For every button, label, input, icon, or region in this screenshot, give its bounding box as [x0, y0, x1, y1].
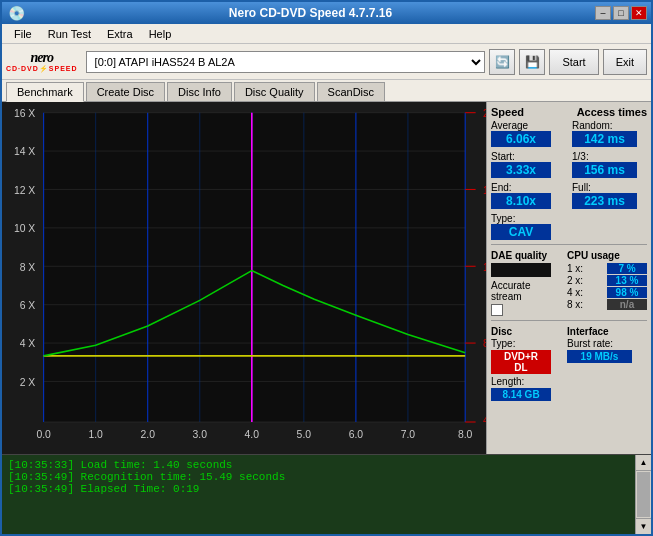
- end-label: End:: [491, 182, 512, 193]
- disc-interface-section: Disc Type: DVD+R DL Length: 8.14 GB Inte…: [491, 325, 647, 401]
- accurate-stream-checkbox[interactable]: [491, 304, 503, 316]
- toolbar: nero CD·DVD⚡SPEED [0:0] ATAPI iHAS524 B …: [2, 44, 651, 80]
- average-label: Average: [491, 120, 528, 131]
- log-text: [10:35:33] Load time: 1.40 seconds [10:3…: [2, 455, 635, 534]
- svg-text:3.0: 3.0: [193, 428, 208, 440]
- dae-title: DAE quality: [491, 250, 547, 261]
- interface-section: Interface Burst rate: 19 MB/s: [567, 325, 647, 401]
- svg-text:12: 12: [483, 260, 486, 272]
- burst-value: 19 MB/s: [567, 350, 632, 363]
- burst-label: Burst rate:: [567, 338, 613, 349]
- refresh-button[interactable]: 🔄: [489, 49, 515, 75]
- svg-text:4: 4: [483, 414, 486, 426]
- svg-text:16: 16: [483, 184, 486, 196]
- svg-text:5.0: 5.0: [297, 428, 312, 440]
- svg-text:6 X: 6 X: [20, 299, 36, 311]
- cpu-title: CPU usage: [567, 250, 620, 261]
- right-panel: Speed Access times Average 6.06x Random:…: [486, 102, 651, 454]
- cpu-4x: 4 x: 98 %: [567, 287, 647, 298]
- cpu-1x-label: 1 x:: [567, 263, 583, 274]
- start-value: 3.33x: [491, 162, 551, 178]
- disc-length-label: Length:: [491, 376, 524, 387]
- tab-discquality[interactable]: Disc Quality: [234, 82, 315, 101]
- menu-file[interactable]: File: [6, 26, 40, 42]
- logo: nero CD·DVD⚡SPEED: [6, 51, 78, 73]
- chart-area: 16 X 14 X 12 X 10 X 8 X 6 X 4 X 2 X 0.0 …: [2, 102, 486, 454]
- svg-text:14 X: 14 X: [14, 145, 35, 157]
- svg-text:4 X: 4 X: [20, 337, 36, 349]
- cpu-2x-value: 13 %: [607, 275, 647, 286]
- disc-length-value: 8.14 GB: [491, 388, 551, 401]
- svg-text:20: 20: [483, 107, 486, 119]
- tab-discinfo[interactable]: Disc Info: [167, 82, 232, 101]
- disc-type-value: DVD+R DL: [491, 350, 551, 374]
- menubar: File Run Test Extra Help: [2, 24, 651, 44]
- svg-text:2.0: 2.0: [140, 428, 155, 440]
- svg-text:12 X: 12 X: [14, 184, 35, 196]
- tab-createdisc[interactable]: Create Disc: [86, 82, 165, 101]
- full-label: Full:: [572, 182, 591, 193]
- svg-text:2 X: 2 X: [20, 376, 36, 388]
- stream-label: stream: [491, 291, 522, 302]
- save-button[interactable]: 💾: [519, 49, 545, 75]
- divider1: [491, 244, 647, 245]
- cpu-8x: 8 x: n/a: [567, 299, 647, 310]
- exit-button[interactable]: Exit: [603, 49, 647, 75]
- disc-section: Disc Type: DVD+R DL Length: 8.14 GB: [491, 325, 561, 401]
- svg-text:0.0: 0.0: [36, 428, 51, 440]
- one-third-label: 1/3:: [572, 151, 589, 162]
- logo-sub: CD·DVD⚡SPEED: [6, 65, 78, 73]
- speed-section: Speed Access times Average 6.06x Random:…: [491, 106, 647, 240]
- interface-title: Interface: [567, 326, 609, 337]
- full-value: 223 ms: [572, 193, 637, 209]
- accurate-label: Accurate: [491, 280, 530, 291]
- svg-text:8 X: 8 X: [20, 260, 36, 272]
- scroll-thumb: [637, 472, 650, 517]
- scroll-down-btn[interactable]: ▼: [636, 518, 651, 534]
- log-area: [10:35:33] Load time: 1.40 seconds [10:3…: [2, 454, 651, 534]
- disc-type-label: Type:: [491, 338, 515, 349]
- random-label: Random:: [572, 120, 613, 131]
- svg-rect-1: [44, 113, 466, 422]
- dae-section: DAE quality Accurate stream: [491, 249, 561, 316]
- svg-text:1.0: 1.0: [88, 428, 103, 440]
- maximize-button[interactable]: □: [613, 6, 629, 20]
- logo-nero: nero: [31, 51, 53, 65]
- cpu-4x-value: 98 %: [607, 287, 647, 298]
- scroll-up-btn[interactable]: ▲: [636, 455, 651, 471]
- menu-help[interactable]: Help: [141, 26, 180, 42]
- close-button[interactable]: ✕: [631, 6, 647, 20]
- type-label: Type:: [491, 213, 515, 224]
- cpu-2x-label: 2 x:: [567, 275, 583, 286]
- main-content: 16 X 14 X 12 X 10 X 8 X 6 X 4 X 2 X 0.0 …: [2, 102, 651, 454]
- drive-select[interactable]: [0:0] ATAPI iHAS524 B AL2A: [86, 51, 486, 73]
- menu-runtest[interactable]: Run Test: [40, 26, 99, 42]
- dae-bar: [491, 263, 551, 277]
- window-title: Nero CD-DVD Speed 4.7.7.16: [26, 6, 595, 20]
- type-value: CAV: [491, 224, 551, 240]
- disc-title: Disc: [491, 326, 512, 337]
- cpu-2x: 2 x: 13 %: [567, 275, 647, 286]
- tab-scandisc[interactable]: ScanDisc: [317, 82, 385, 101]
- titlebar: 💿 Nero CD-DVD Speed 4.7.7.16 – □ ✕: [2, 2, 651, 24]
- tab-benchmark[interactable]: Benchmark: [6, 82, 84, 102]
- cpu-section: CPU usage 1 x: 7 % 2 x: 13 % 4 x: 98 %: [567, 249, 647, 316]
- start-label: Start:: [491, 151, 515, 162]
- log-line-3: [10:35:49] Elapsed Time: 0:19: [8, 483, 629, 495]
- random-value: 142 ms: [572, 131, 637, 147]
- svg-text:6.0: 6.0: [349, 428, 364, 440]
- start-button[interactable]: Start: [549, 49, 598, 75]
- svg-text:10 X: 10 X: [14, 222, 35, 234]
- one-third-value: 156 ms: [572, 162, 637, 178]
- svg-text:7.0: 7.0: [401, 428, 416, 440]
- log-line-2: [10:35:49] Recognition time: 15.49 secon…: [8, 471, 629, 483]
- end-value: 8.10x: [491, 193, 551, 209]
- minimize-button[interactable]: –: [595, 6, 611, 20]
- menu-extra[interactable]: Extra: [99, 26, 141, 42]
- cpu-4x-label: 4 x:: [567, 287, 583, 298]
- log-scrollbar[interactable]: ▲ ▼: [635, 455, 651, 534]
- benchmark-chart: 16 X 14 X 12 X 10 X 8 X 6 X 4 X 2 X 0.0 …: [2, 102, 486, 454]
- app-icon: 💿: [8, 5, 25, 21]
- average-value: 6.06x: [491, 131, 551, 147]
- svg-text:8: 8: [483, 337, 486, 349]
